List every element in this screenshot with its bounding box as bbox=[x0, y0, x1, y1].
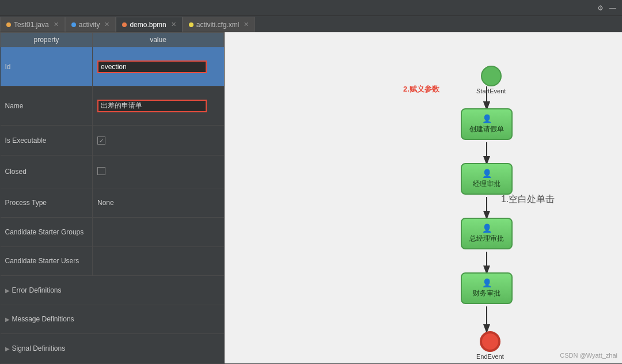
tab-dot-activity bbox=[71, 22, 76, 27]
table-row[interactable]: Closed bbox=[1, 156, 224, 188]
tab-activity[interactable]: activity ✕ bbox=[65, 17, 116, 32]
title-bar-icons: ⚙ — bbox=[596, 3, 617, 13]
tab-dot-activiti-cfg bbox=[189, 22, 194, 27]
task-node-3[interactable]: 👤 总经理审批 bbox=[461, 218, 513, 249]
prop-candidateusers-value bbox=[93, 247, 224, 276]
instruction-text: 1.空白处单击 bbox=[501, 194, 555, 206]
prop-executable-value[interactable]: ✓ bbox=[93, 126, 224, 156]
start-event-node[interactable]: StartEvent bbox=[476, 66, 506, 93]
table-row[interactable]: ▶Message Definitions bbox=[1, 305, 224, 334]
prop-messagedefs-label[interactable]: ▶Message Definitions bbox=[1, 305, 224, 334]
title-bar: ⚙ — bbox=[0, 0, 622, 16]
watermark: CSDN @Wyatt_zhai bbox=[560, 352, 617, 359]
task-icon-3: 👤 bbox=[482, 223, 492, 233]
prop-id-label: Id bbox=[1, 47, 93, 86]
tab-bar: Test01.java ✕ activity ✕ demo.bpmn ✕ act… bbox=[0, 16, 622, 32]
expand-icon-error: ▶ bbox=[5, 287, 10, 294]
task-icon-4: 👤 bbox=[482, 278, 492, 287]
bpmn-canvas[interactable]: 1.空白处单击 2.赋义参数 bbox=[225, 32, 622, 363]
tab-label-test01: Test01.java bbox=[14, 21, 49, 29]
prop-processtype-value: None bbox=[93, 188, 224, 218]
start-event-circle bbox=[481, 66, 502, 86]
settings-icon[interactable]: ⚙ bbox=[596, 3, 605, 13]
table-row[interactable]: Candidate Starter Users bbox=[1, 247, 224, 276]
tab-dot-test01 bbox=[6, 22, 11, 27]
prop-errordefs-label[interactable]: ▶Error Definitions bbox=[1, 276, 224, 305]
tab-test01[interactable]: Test01.java ✕ bbox=[0, 17, 65, 32]
minimize-icon[interactable]: — bbox=[608, 3, 617, 13]
tab-close-activity[interactable]: ✕ bbox=[104, 21, 109, 28]
prop-name-value[interactable] bbox=[93, 86, 224, 126]
id-input[interactable] bbox=[97, 60, 207, 73]
annotation-step2: 2.赋义参数 bbox=[403, 84, 439, 94]
task-label-2: 经理审批 bbox=[473, 179, 500, 189]
tab-dot-demo-bpmn bbox=[122, 22, 127, 27]
tab-close-activiti-cfg[interactable]: ✕ bbox=[244, 21, 249, 28]
end-event-circle bbox=[480, 331, 500, 352]
prop-processtype-label: Process Type bbox=[1, 188, 93, 218]
name-input[interactable] bbox=[97, 100, 207, 112]
tab-label-demo-bpmn: demo.bpmn bbox=[130, 21, 166, 29]
property-table: property value Id Name bbox=[0, 32, 224, 363]
prop-signaldefs-label[interactable]: ▶Signal Definitions bbox=[1, 334, 224, 363]
prop-closed-value[interactable] bbox=[93, 156, 224, 188]
closed-checkbox[interactable] bbox=[97, 167, 105, 175]
task-icon-1: 👤 bbox=[482, 114, 492, 123]
bpmn-svg bbox=[225, 32, 622, 363]
prop-candidategroups-value bbox=[93, 217, 224, 247]
prop-id-value[interactable] bbox=[93, 47, 224, 86]
tab-close-demo-bpmn[interactable]: ✕ bbox=[171, 21, 176, 28]
start-event-label: StartEvent bbox=[476, 88, 506, 94]
prop-closed-label: Closed bbox=[1, 156, 93, 188]
col-value: value bbox=[93, 33, 224, 47]
table-row[interactable]: Id bbox=[1, 47, 224, 86]
table-row[interactable]: Candidate Starter Groups bbox=[1, 217, 224, 247]
task-label-1: 创建请假单 bbox=[469, 124, 504, 134]
left-panel: property value Id Name bbox=[0, 32, 225, 363]
col-property: property bbox=[1, 33, 93, 47]
tab-close-test01[interactable]: ✕ bbox=[54, 21, 59, 28]
table-row[interactable]: Is Executable ✓ bbox=[1, 126, 224, 156]
task-node-2[interactable]: 👤 经理审批 bbox=[461, 163, 513, 195]
tab-label-activity: activity bbox=[79, 21, 100, 29]
end-event-label: EndEvent bbox=[476, 353, 504, 360]
table-row[interactable]: ▶Error Definitions bbox=[1, 276, 224, 305]
table-row[interactable]: Process Type None bbox=[1, 188, 224, 218]
prop-candidateusers-label: Candidate Starter Users bbox=[1, 247, 93, 276]
prop-executable-label: Is Executable bbox=[1, 126, 93, 156]
tab-activiti-cfg[interactable]: activiti.cfg.xml ✕ bbox=[183, 17, 256, 32]
prop-name-label: Name bbox=[1, 86, 93, 126]
table-row[interactable]: Name bbox=[1, 86, 224, 126]
task-label-3: 总经理审批 bbox=[469, 234, 504, 244]
expand-icon-signal: ▶ bbox=[5, 346, 10, 352]
main-layout: property value Id Name bbox=[0, 32, 622, 363]
prop-candidategroups-label: Candidate Starter Groups bbox=[1, 217, 93, 247]
tab-demo-bpmn[interactable]: demo.bpmn ✕ bbox=[116, 17, 182, 32]
task-node-1[interactable]: 👤 创建请假单 bbox=[461, 108, 513, 140]
executable-checkbox[interactable]: ✓ bbox=[97, 136, 105, 145]
task-node-4[interactable]: 👤 财务审批 bbox=[461, 272, 513, 304]
task-icon-2: 👤 bbox=[482, 169, 492, 178]
end-event-node[interactable]: EndEvent bbox=[476, 331, 504, 359]
tab-label-activiti-cfg: activiti.cfg.xml bbox=[196, 21, 240, 29]
expand-icon-message: ▶ bbox=[5, 316, 10, 323]
task-label-4: 财务审批 bbox=[473, 289, 500, 298]
table-row[interactable]: ▶Signal Definitions bbox=[1, 334, 224, 363]
